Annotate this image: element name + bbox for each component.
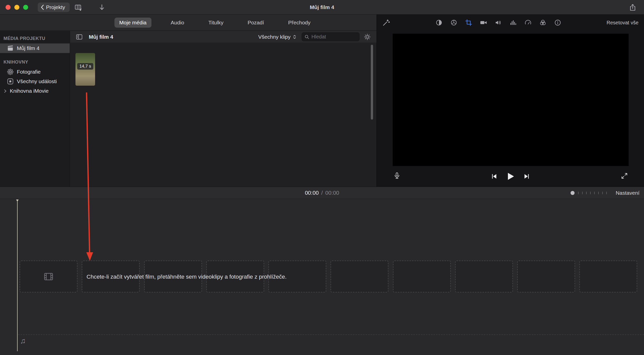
titlebar: Projekty Můj film 4 [0,0,644,15]
clip-filter-dropdown[interactable]: Všechny klipy [258,34,297,40]
sidebar-item-muj-film-4[interactable]: Můj film 4 [0,43,70,53]
imovie-window: Projekty Můj film 4 Moje média Audio [0,0,644,355]
clip-duration-badge: 14,7 s [77,63,93,70]
stabilization-camera-icon[interactable] [480,19,487,26]
projects-back-button[interactable]: Projekty [38,3,70,12]
time-separator: / [321,190,323,196]
search-field[interactable] [302,32,359,41]
import-media-icon[interactable] [98,3,106,12]
music-note-icon: ♫ [20,337,26,345]
sidebar-section-libraries: KNIHOVNY [0,58,70,67]
video-clip-thumbnail[interactable]: 14,7 s [75,53,95,86]
close-window-button[interactable] [6,5,11,10]
speed-icon[interactable] [524,19,532,26]
current-time: 00:00 [305,190,319,196]
timeline-empty-hint: Chcete-li začít vytvářet film, přetáhnět… [87,274,326,280]
photos-flower-icon [7,69,14,75]
timeline-zoom-slider[interactable] [571,187,607,199]
noise-reduction-equalizer-icon[interactable] [509,19,517,26]
timeline-header: 00:00 / 00:00 Nastavení [0,187,644,199]
sidebar-item-fotografie[interactable]: Fotografie [0,67,70,77]
browser-scrollbar[interactable] [371,45,373,120]
audio-track-divider [18,334,644,335]
viewer-toolbar: Resetovat vše [377,15,644,31]
timeline-settings-button[interactable]: Nastavení [616,187,639,199]
tab-titulky[interactable]: Titulky [204,18,228,28]
sidebar-section-project-media: MÉDIA PROJEKTU [0,34,70,43]
transport-buttons [490,171,531,181]
media-browser: Můj film 4 Všechny klipy [70,31,377,187]
skip-to-start-button[interactable] [490,172,498,181]
media-panel-body: MÉDIA PROJEKTU Můj film 4 KNIHOVNY [0,31,377,187]
timeline-clip-slot[interactable] [455,261,513,292]
color-correction-icon[interactable] [450,19,458,26]
sidebar-toggle-icon[interactable] [76,33,83,40]
chevron-left-icon [40,5,44,10]
volume-icon[interactable] [495,19,502,26]
viewer-panel: Resetovat vše [377,15,644,187]
window-controls [6,5,28,10]
playhead[interactable] [16,199,19,352]
playhead-line [17,201,18,351]
tab-prechody[interactable]: Přechody [284,18,315,28]
clip-filter-effects-icon[interactable] [539,19,547,26]
timeline-clip-slot[interactable] [20,261,77,292]
color-balance-icon[interactable] [435,19,443,26]
voiceover-mic-icon[interactable] [393,172,401,180]
clip-filter-label: Všechny klipy [258,34,291,40]
sidebar-item-vsechny-udalosti[interactable]: Všechny události [0,77,70,86]
sidebar-item-knihovna-imovie[interactable]: Knihovna iMovie [0,86,70,96]
browser-settings-gear-icon[interactable] [364,33,371,41]
timeline-clip-slot[interactable] [393,261,451,292]
sidebar-item-label: Knihovna iMovie [10,88,49,94]
clapperboard-icon [7,45,14,52]
sidebar: MÉDIA PROJEKTU Můj film 4 KNIHOVNY [0,31,70,187]
timeline-clip-slot[interactable] [517,261,575,292]
tab-moje-media[interactable]: Moje média [114,18,151,28]
sidebar-item-label: Fotografie [17,69,41,75]
projects-back-label: Projekty [46,4,65,10]
media-organizer-icon[interactable] [74,3,83,12]
browser-header: Můj film 4 Všechny klipy [70,31,377,43]
window-title: Můj film 4 [0,0,644,15]
search-input[interactable] [311,34,357,40]
timeline-clip-slot[interactable] [579,261,637,292]
zoom-slider-thumb[interactable] [571,191,575,195]
viewer-adjust-icons [435,19,561,26]
media-tab-bar: Moje média Audio Titulky Pozadí Přechody [0,15,377,31]
reset-all-button[interactable]: Resetovat vše [607,20,638,26]
fullscreen-icon[interactable] [620,172,628,180]
enhance-wand-icon[interactable] [382,19,390,26]
tab-pozadi[interactable]: Pozadí [243,18,269,28]
timeline[interactable]: Chcete-li začít vytvářet film, přetáhnět… [0,199,644,355]
film-frame-icon [43,271,54,282]
video-preview[interactable] [393,34,629,166]
chevron-up-down-icon [292,34,297,40]
playback-controls [377,170,644,182]
sidebar-item-label: Všechny události [17,78,57,84]
browser-content: 14,7 s [70,43,377,187]
sidebar-item-label: Můj film 4 [17,45,39,51]
play-button[interactable] [505,171,515,181]
minimize-window-button[interactable] [14,5,19,10]
zoom-window-button[interactable] [23,5,28,10]
total-time: 00:00 [325,190,339,196]
media-panel: Moje média Audio Titulky Pozadí Přechody… [0,15,377,187]
star-square-icon [7,78,14,85]
timeline-clip-slot[interactable] [331,261,388,292]
time-display: 00:00 / 00:00 [0,187,644,199]
skip-to-end-button[interactable] [522,172,531,181]
share-icon[interactable] [628,3,637,12]
crop-icon[interactable] [465,19,472,26]
disclosure-chevron-icon[interactable] [3,89,8,93]
search-icon [304,34,309,39]
browser-title: Můj film 4 [89,34,113,40]
tab-audio[interactable]: Audio [166,18,189,28]
clip-info-icon[interactable] [554,19,561,26]
